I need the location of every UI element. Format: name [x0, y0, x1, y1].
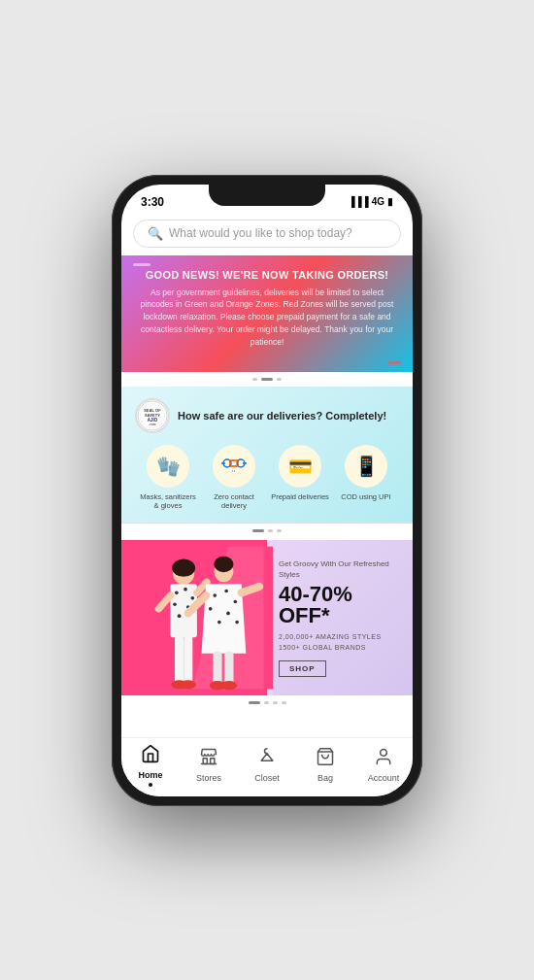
- nav-closet-label: Closet: [254, 773, 280, 783]
- search-icon: 🔍: [148, 226, 163, 241]
- dot-2: [261, 378, 273, 381]
- banner-promo: Get Groovy With Our Refreshed Styles 40-…: [121, 540, 413, 695]
- home-icon: [141, 744, 160, 768]
- dot3-1: [249, 701, 260, 704]
- status-time: 3:30: [141, 195, 164, 209]
- nav-bag-label: Bag: [317, 773, 333, 783]
- bottom-nav: Home Stores: [121, 737, 413, 796]
- dot3-2: [264, 701, 269, 704]
- battery-icon: ▮: [387, 196, 393, 207]
- promo-subtitle: Get Groovy With Our Refreshed Styles: [279, 558, 403, 580]
- dot2-1: [252, 529, 264, 532]
- svg-point-28: [181, 680, 197, 689]
- dot-1: [252, 378, 257, 381]
- svg-point-35: [209, 607, 213, 611]
- phone-frame: 3:30 ▐▐▐ 4G ▮ 🔍 What would you like to s…: [112, 175, 422, 806]
- svg-rect-25: [175, 635, 184, 684]
- svg-point-49: [381, 750, 387, 757]
- svg-point-17: [175, 591, 179, 595]
- account-icon: [374, 747, 393, 771]
- nav-account-label: Account: [368, 773, 400, 783]
- safety-item-upi: 📱 COD using UPI: [336, 445, 396, 502]
- closet-icon: [257, 747, 277, 771]
- banner-good-news-text: As per government guidelines, deliveries…: [137, 287, 397, 349]
- bag-icon: [316, 747, 335, 771]
- safety-icons-row: 🧤 Masks, sanitizers & gloves: [135, 445, 399, 512]
- nav-account[interactable]: Account: [354, 747, 413, 783]
- promo-discount: 40-70% OFF*: [279, 584, 403, 626]
- notch: [209, 185, 325, 206]
- contact-icon: [213, 445, 255, 488]
- banner3-dots: [121, 695, 413, 710]
- models-svg: [121, 540, 282, 695]
- safety-item-contact: Zero contact delivery: [204, 445, 264, 512]
- svg-text:.com: .com: [149, 422, 155, 425]
- dot2-3: [277, 529, 282, 532]
- banner-good-news-title: GOOD NEWS! WE'RE NOW TAKING ORDERS!: [137, 269, 397, 281]
- content-scroll[interactable]: GOOD NEWS! WE'RE NOW TAKING ORDERS! As p…: [121, 255, 413, 737]
- svg-point-18: [184, 588, 187, 591]
- promo-info: 2,00,000+ AMAZING STYLES 1500+ GLOBAL BR…: [279, 632, 403, 653]
- svg-point-34: [234, 600, 238, 604]
- safety-item-masks: 🧤 Masks, sanitizers & gloves: [138, 445, 198, 512]
- svg-rect-45: [203, 759, 207, 764]
- dot3-3: [273, 701, 278, 704]
- svg-rect-46: [211, 759, 215, 764]
- banner-good-news: GOOD NEWS! WE'RE NOW TAKING ORDERS! As p…: [121, 255, 413, 372]
- models-container: [121, 540, 282, 695]
- svg-point-38: [235, 621, 239, 625]
- svg-point-20: [173, 602, 177, 606]
- svg-point-22: [178, 614, 182, 618]
- prepaid-icon: 💳: [279, 445, 321, 488]
- signal-icon: ▐▐▐: [348, 196, 368, 207]
- svg-rect-26: [184, 635, 192, 684]
- network-type: 4G: [372, 196, 384, 207]
- svg-point-32: [213, 593, 217, 597]
- contact-label: Zero contact delivery: [204, 492, 264, 512]
- safety-item-prepaid: 💳 Prepaid deliveries: [270, 445, 330, 502]
- home-active-dot: [149, 783, 152, 787]
- svg-point-44: [221, 681, 238, 690]
- search-bar[interactable]: 🔍 What would you like to shop today?: [133, 220, 401, 248]
- svg-point-30: [214, 557, 233, 573]
- banner-accent-bottom: [387, 361, 401, 364]
- svg-rect-41: [213, 652, 221, 686]
- nav-stores[interactable]: Stores: [180, 747, 238, 783]
- nav-closet[interactable]: Closet: [238, 747, 296, 783]
- nav-bag[interactable]: Bag: [296, 747, 354, 783]
- svg-text:SAFETY: SAFETY: [145, 412, 160, 417]
- banner-safety: SEAL OF SAFETY AJIO .com How safe are ou…: [121, 387, 413, 524]
- svg-rect-42: [224, 652, 233, 686]
- banner1-dots: [121, 372, 413, 387]
- stores-icon: [199, 747, 218, 771]
- promo-right: Get Groovy With Our Refreshed Styles 40-…: [273, 540, 413, 695]
- svg-point-19: [191, 596, 195, 600]
- nav-home[interactable]: Home: [121, 744, 180, 787]
- banner2-dots: [121, 524, 413, 538]
- dot2-2: [268, 529, 273, 532]
- upi-icon: 📱: [345, 445, 387, 488]
- svg-point-33: [224, 590, 228, 593]
- dot3-4: [282, 701, 286, 704]
- status-icons: ▐▐▐ 4G ▮: [348, 196, 393, 207]
- dot-3: [277, 378, 282, 381]
- search-placeholder: What would you like to shop today?: [169, 226, 352, 240]
- safety-title: How safe are our deliveries? Completely!: [178, 410, 386, 422]
- svg-point-37: [217, 621, 221, 625]
- phone-screen: 3:30 ▐▐▐ 4G ▮ 🔍 What would you like to s…: [121, 185, 413, 796]
- banner-accent-top: [133, 263, 150, 266]
- upi-label: COD using UPI: [341, 492, 390, 502]
- svg-point-15: [172, 559, 195, 577]
- nav-home-label: Home: [138, 770, 162, 780]
- safety-header: SEAL OF SAFETY AJIO .com How safe are ou…: [135, 398, 399, 433]
- masks-label: Masks, sanitizers & gloves: [138, 492, 198, 512]
- promo-shop-button[interactable]: SHOP: [279, 660, 326, 677]
- safety-logo: SEAL OF SAFETY AJIO .com: [135, 398, 170, 433]
- nav-stores-label: Stores: [196, 773, 221, 783]
- svg-point-36: [226, 612, 230, 616]
- masks-icon: 🧤: [147, 445, 189, 488]
- prepaid-label: Prepaid deliveries: [271, 492, 329, 502]
